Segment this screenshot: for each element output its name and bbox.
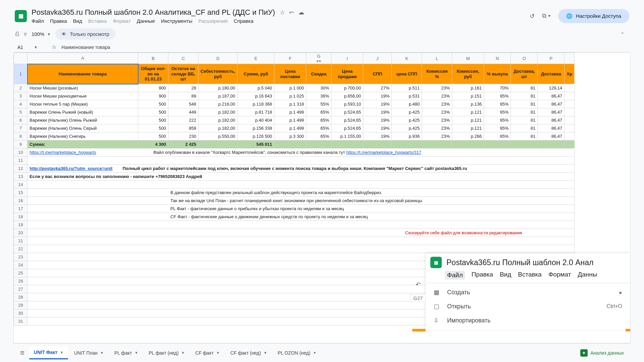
row-header[interactable]: 14 (14, 181, 28, 189)
cell[interactable]: 222 (168, 116, 199, 124)
cell[interactable]: р.3 300 (274, 132, 306, 140)
cell[interactable] (363, 140, 392, 148)
row-header[interactable]: 27 (14, 285, 28, 293)
move-icon[interactable]: ⤺ (289, 9, 294, 16)
cell[interactable]: р.936 (392, 132, 422, 140)
cell[interactable]: р.136 (452, 100, 484, 108)
overlay-menu-2[interactable]: Вид (500, 271, 511, 280)
overlay-menu-5[interactable]: Данны (578, 271, 597, 280)
header-cell[interactable]: Хр (565, 64, 575, 84)
header-cell[interactable]: цена СПП (392, 64, 422, 84)
cell[interactable]: р.425 (392, 124, 422, 132)
cell[interactable]: р.151 (452, 92, 484, 100)
row-header[interactable]: 10 (14, 148, 28, 157)
cell[interactable]: р.593,10 (331, 100, 363, 108)
col-header-N[interactable]: N (484, 53, 511, 64)
cell[interactable]: Скопируйте себе файл для возможности ред… (28, 229, 575, 237)
filter-icon[interactable]: ▿ (24, 31, 27, 38)
cell[interactable] (538, 140, 565, 148)
cell[interactable]: 95% (484, 116, 511, 124)
cell[interactable] (28, 237, 575, 245)
cell[interactable] (565, 100, 575, 108)
cell[interactable] (28, 157, 575, 165)
cell[interactable]: р.1 318 (274, 100, 306, 108)
cell[interactable]: р.118 368 (237, 100, 274, 108)
cell[interactable]: 4 300 (138, 140, 168, 148)
col-header-L[interactable]: L (422, 53, 452, 64)
cell[interactable]: 86,47 (538, 116, 565, 124)
cell[interactable]: р.40 404 (237, 116, 274, 124)
cell[interactable]: 81 (511, 132, 538, 140)
cell[interactable]: 95% (484, 124, 511, 132)
cell[interactable]: р.1 025 (274, 92, 306, 100)
cell[interactable] (306, 140, 331, 148)
cell[interactable]: 23% (422, 100, 452, 108)
menu-инструменты[interactable]: Инструменты (161, 18, 193, 24)
row-header[interactable]: 8 (14, 132, 28, 140)
zoom-select[interactable]: 100% ▼ (32, 31, 51, 37)
header-cell[interactable]: Доставка (538, 64, 565, 84)
cell[interactable]: 86,47 (538, 108, 565, 116)
cell[interactable]: 81 (511, 108, 538, 116)
cell[interactable]: Носки Мишки разноцветные (28, 92, 138, 100)
overlay-menu-0[interactable]: Файл (445, 271, 465, 280)
cell[interactable]: р.216,00 (199, 100, 237, 108)
overlay-menu-item[interactable]: ▢ОткрытьCtrl+O (426, 299, 630, 313)
cell[interactable]: 500 (138, 132, 168, 140)
cell[interactable] (565, 140, 575, 148)
sheet-tab[interactable]: CF факт (нед)▼ (226, 346, 272, 359)
header-cell[interactable]: Доставка, шт (511, 64, 538, 84)
cell[interactable]: р.524,65 (331, 124, 363, 132)
header-cell[interactable]: Скидка (306, 64, 331, 84)
header-cell[interactable]: Остаток на складе ВБ, шт (168, 64, 199, 84)
cell[interactable]: р.1 000 (274, 84, 306, 92)
row-header[interactable]: 26 (14, 277, 28, 285)
cell[interactable]: 27% (363, 84, 392, 92)
row-header[interactable]: 19 (14, 221, 28, 229)
cell[interactable] (274, 140, 306, 148)
cell[interactable]: Если у вас возникли вопросы по заполнени… (28, 173, 575, 181)
col-header-A[interactable]: A (28, 53, 138, 64)
col-header-B[interactable]: B (138, 53, 168, 64)
cell[interactable]: 859 (168, 124, 199, 132)
cell[interactable]: 23% (422, 132, 452, 140)
cell[interactable]: Варежки (Нальчик) Снегирь (28, 132, 138, 140)
cell[interactable] (422, 140, 452, 148)
cell[interactable]: р.531 (392, 92, 422, 100)
cell[interactable]: Сумма: (28, 140, 138, 148)
row-header[interactable]: 30 (14, 309, 28, 317)
row-header[interactable]: 2 (14, 84, 28, 92)
cell[interactable]: р.5 040 (237, 84, 274, 92)
header-cell[interactable]: Общее кол-во на 01.01.23 (138, 64, 168, 84)
cell[interactable]: р.182,00 (199, 124, 237, 132)
overlay-menu-3[interactable]: Вставка (518, 271, 542, 280)
all-sheets-icon[interactable]: ≡ (20, 349, 24, 357)
col-header-P[interactable]: P (538, 53, 565, 64)
cell[interactable]: 19% (363, 124, 392, 132)
row-header[interactable]: 12 (14, 165, 28, 173)
overlay-menu-1[interactable]: Правка (472, 271, 493, 280)
cell[interactable]: 28 (168, 84, 199, 92)
cell[interactable]: 86,47 (538, 124, 565, 132)
header-cell[interactable]: % выкупа (484, 64, 511, 84)
cell[interactable]: 500 (138, 124, 168, 132)
link[interactable]: https://t.me/marketplace_hogwarts/317 (346, 150, 421, 155)
cell[interactable] (565, 124, 575, 132)
header-cell[interactable]: Наименование товара (28, 64, 138, 84)
row-header[interactable]: 13 (14, 173, 28, 181)
menu-справка[interactable]: Справка (234, 18, 254, 24)
cell[interactable]: р.425 (392, 108, 422, 116)
cell[interactable]: р.524,65 (331, 108, 363, 116)
menu-вид[interactable]: Вид (73, 18, 82, 24)
doc-title[interactable]: Postavka365.ru Полный шаблон 2.0 Аналити… (32, 8, 275, 17)
row-header[interactable]: 3 (14, 92, 28, 100)
cell[interactable]: 95% (484, 108, 511, 116)
row-header[interactable]: 21 (14, 237, 28, 245)
cell[interactable]: р.121 (452, 124, 484, 132)
row-header[interactable]: 31 (14, 317, 28, 325)
row-header-1[interactable]: 1 (14, 64, 28, 84)
cell[interactable]: р.511 (392, 84, 422, 92)
col-header-J[interactable]: J (363, 53, 392, 64)
cell[interactable]: 500 (138, 108, 168, 116)
col-header-F[interactable]: F (274, 53, 306, 64)
